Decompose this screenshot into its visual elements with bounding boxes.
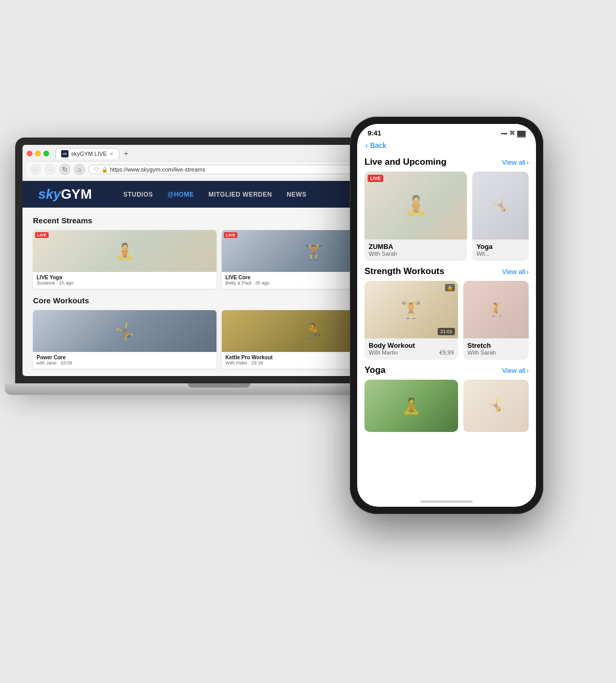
power-core-figure-icon: 🤸 [115,322,134,340]
phone-card-yoga-nature[interactable]: 🧘 [364,380,458,432]
video-info-power-core: Power Core with Jane · 33:09 [33,352,216,369]
forward-nav-button[interactable]: → [44,164,56,175]
phone-thumb-stretch-sarah: 🤾 [463,281,529,338]
phone-card-sub-body: With Martin [369,349,398,356]
view-all-yoga-chevron-icon: › [527,367,529,374]
logo-gym: GYM [61,186,92,202]
phone-card-info-body: Body Workout With Martin €9,99 [364,338,458,360]
phone-card-body-workout[interactable]: 🏋 🔒 21:01 Body Workout With Martin €9,99 [364,281,458,360]
phone-card-stretch-sarah[interactable]: 🤾 Stretch With Sarah [463,281,529,360]
view-all-yoga-label: View all [502,367,526,374]
yoga-figure-icon: 🧘 [115,242,134,260]
strength-cards-row: 🏋 🔒 21:01 Body Workout With Martin €9,99 [364,281,529,360]
phone-back-button[interactable]: ‹ Back [357,139,536,152]
price-label-body: €9,99 [439,349,454,356]
phone-live-badge-zumba: LIVE [368,175,383,182]
phone-thumb-zumba: 🧘 LIVE [364,172,467,240]
scene: sG skyGYM LIVE ✕ + ← → ↻ ⌂ [47,106,569,577]
browser-tab[interactable]: sG skyGYM LIVE ✕ [55,148,119,159]
phone-card-info-yoga2: Yoga Wit... [472,240,529,261]
site-nav: STUDIOS @HOME MITGLIED WERDEN NEWS [123,191,307,198]
status-icons: ▪▪▪ ⌘ ▓▓ [501,130,526,136]
phone-thumb-yoga-beach: 🤸 [463,380,529,432]
battery-icon: ▓▓ [517,130,526,136]
phone-thumb-yoga2: 🤸 [472,172,529,240]
minimize-button[interactable] [35,151,41,156]
back-label: Back [370,141,386,150]
thumb-power-core: 🤸 [33,310,216,352]
phone-thumb-yoga-nature: 🧘 [364,380,458,432]
yoga-beach-figure-icon: 🤸 [487,398,504,414]
maximize-button[interactable] [43,151,49,156]
timer-badge-body: 21:01 [438,328,455,335]
live-badge-yoga: LIVE [35,232,49,238]
phone-status-bar: 9:41 ▪▪▪ ⌘ ▓▓ [357,124,536,139]
home-nav-button[interactable]: ⌂ [74,164,85,175]
nav-news[interactable]: NEWS [287,191,306,198]
phone: 9:41 ▪▪▪ ⌘ ▓▓ ‹ Back Live and Upcoming V [350,117,543,514]
refresh-nav-button[interactable]: ↻ [59,164,71,175]
phone-card-yoga2[interactable]: 🤸 Yoga Wit... [472,172,529,261]
phone-card-info-stretch-sarah: Stretch With Sarah [463,338,529,360]
phone-live-section-header: Live and Upcoming View all › [364,157,529,167]
live-badge-core: LIVE [224,232,237,238]
nav-mitglied[interactable]: MITGLIED WERDEN [209,191,272,198]
lock-icon: 🔒 [101,167,108,173]
home-indicator-bar [420,500,473,503]
view-all-live-chevron-icon: › [527,158,529,166]
url-text: https://www.skygym.com/live-streams [110,166,206,173]
live-cards-row: 🧘 LIVE ZUMBA With Sarah 🤸 Yo [364,172,529,261]
video-title-power-core: Power Core [37,355,213,360]
phone-screen: 9:41 ▪▪▪ ⌘ ▓▓ ‹ Back Live and Upcoming V [357,124,536,507]
yoga2-figure-icon: 🤸 [492,197,510,214]
thumb-wrapper-yoga: 🧘 LIVE [33,230,216,272]
tab-title: skyGYM LIVE [71,151,107,157]
traffic-lights [27,151,49,156]
home-indicator [357,496,536,507]
new-tab-icon[interactable]: + [121,149,130,158]
video-info-yoga: LIVE Yoga Susanne · 1h ago [33,272,216,289]
phone-live-view-all[interactable]: View all › [502,158,529,166]
status-time: 9:41 [368,129,381,137]
phone-card-sub-zumba: With Sarah [369,251,463,257]
back-chevron-icon: ‹ [366,141,368,150]
phone-card-info-zumba: ZUMBA With Sarah [364,240,467,261]
core-live-figure-icon: 🏋 [304,242,323,260]
logo-sky: sky [38,186,61,202]
phone-card-title-stretch-sarah: Stretch [467,342,524,349]
back-nav-button[interactable]: ← [30,164,41,175]
body-figure-icon: 🏋 [401,300,421,320]
phone-card-title-body: Body Workout [369,342,454,349]
phone-card-yoga-beach[interactable]: 🤸 [463,380,529,432]
close-button[interactable] [27,151,32,156]
site-logo: sky GYM [38,186,92,202]
phone-card-title-yoga2: Yoga [476,243,524,251]
phone-live-title: Live and Upcoming [364,157,447,167]
phone-card-zumba[interactable]: 🧘 LIVE ZUMBA With Sarah [364,172,467,261]
lock-badge-body: 🔒 [445,284,455,291]
phone-yoga-title: Yoga [364,365,385,375]
nav-studios[interactable]: STUDIOS [123,191,153,198]
yoga-cards-row: 🧘 🤸 [364,380,529,432]
video-subtitle-power-core: with Jane · 33:09 [37,360,213,366]
tab-close-icon[interactable]: ✕ [109,151,113,157]
yoga-nature-figure-icon: 🧘 [402,397,421,415]
phone-card-sub-stretch-sarah: With Sarah [467,349,524,356]
phone-yoga-view-all[interactable]: View all › [502,367,529,374]
view-all-strength-label: View all [502,268,526,276]
phone-card-sub-yoga2: Wit... [476,251,524,257]
wifi-icon: ⌘ [509,130,515,136]
phone-card-title-zumba: ZUMBA [369,243,463,251]
phone-thumb-body: 🏋 🔒 21:01 [364,281,458,338]
video-title-yoga: LIVE Yoga [37,275,213,280]
shield-icon: 🛡 [94,167,99,173]
phone-strength-section-header: Strength Workouts View all › [364,266,529,277]
signal-icon: ▪▪▪ [501,130,507,136]
view-all-strength-chevron-icon: › [527,268,529,276]
nav-home[interactable]: @HOME [167,191,193,198]
video-card-power-core[interactable]: 🤸 Power Core with Jane · 33:09 [33,310,216,369]
phone-strength-view-all[interactable]: View all › [502,268,529,276]
kettle-figure-icon: 🏃 [304,322,323,340]
tab-favicon: sG [61,150,69,157]
video-card-yoga[interactable]: 🧘 LIVE LIVE Yoga Susanne · 1h ago [33,230,216,289]
